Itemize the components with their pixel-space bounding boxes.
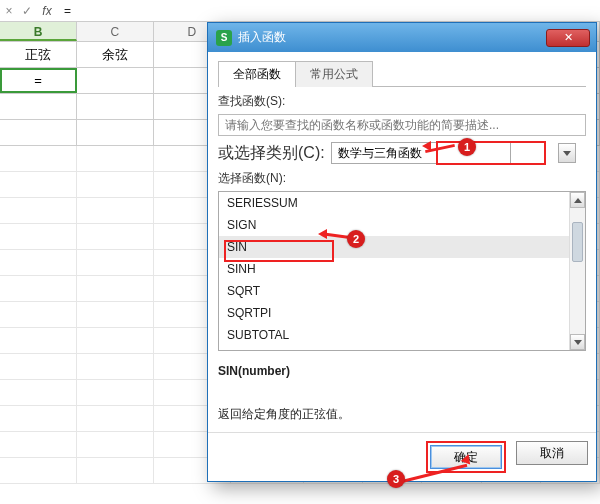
tab-common-formulas[interactable]: 常用公式	[295, 61, 373, 87]
cell[interactable]	[77, 68, 154, 93]
annotation-badge-3: 3	[387, 470, 405, 488]
cell-b1[interactable]: 正弦	[0, 42, 77, 67]
tab-all-functions[interactable]: 全部函数	[218, 61, 296, 87]
accept-formula-icon[interactable]: ✓	[18, 4, 36, 18]
list-item[interactable]: SIGN	[219, 214, 585, 236]
function-signature: SIN(number)	[218, 364, 290, 378]
annotation-badge-2: 2	[347, 230, 365, 248]
chevron-down-icon	[574, 340, 582, 345]
arrow-head-icon	[422, 141, 431, 151]
insert-function-dialog: S 插入函数 ✕ 全部函数 常用公式 查找函数(S): 或选择类别(C): 数学…	[207, 22, 597, 482]
select-function-label: 选择函数(N):	[218, 170, 286, 187]
dialog-titlebar[interactable]: S 插入函数 ✕	[208, 23, 596, 52]
list-item[interactable]: SERIESSUM	[219, 192, 585, 214]
app-icon: S	[216, 30, 232, 46]
formula-bar: × ✓ fx =	[0, 0, 600, 22]
arrow-head-icon	[318, 229, 327, 239]
close-button[interactable]: ✕	[546, 29, 590, 47]
cell[interactable]	[77, 120, 154, 145]
search-function-input[interactable]	[218, 114, 586, 136]
cancel-formula-icon[interactable]: ×	[0, 4, 18, 18]
dialog-tabs: 全部函数 常用公式	[218, 60, 586, 86]
chevron-down-icon	[563, 151, 571, 156]
chevron-up-icon	[574, 198, 582, 203]
formula-input[interactable]: =	[58, 4, 600, 18]
cell[interactable]	[77, 94, 154, 119]
cell[interactable]	[0, 94, 77, 119]
annotation-badge-1: 1	[458, 138, 476, 156]
search-label: 查找函数(S):	[218, 93, 285, 110]
list-item[interactable]: SQRT	[219, 280, 585, 302]
cell[interactable]	[0, 120, 77, 145]
fx-icon[interactable]: fx	[36, 4, 58, 18]
dialog-title: 插入函数	[238, 29, 546, 46]
scroll-down-button[interactable]	[570, 334, 585, 350]
scroll-thumb[interactable]	[572, 222, 583, 262]
function-desc-text: 返回给定角度的正弦值。	[218, 407, 350, 421]
list-item[interactable]: SINH	[219, 258, 585, 280]
category-value: 数学与三角函数	[338, 145, 422, 162]
cancel-button[interactable]: 取消	[516, 441, 588, 465]
list-item[interactable]: SQRTPI	[219, 302, 585, 324]
cell-c1[interactable]: 余弦	[77, 42, 154, 67]
list-item[interactable]: SUBTOTAL	[219, 324, 585, 346]
scroll-up-button[interactable]	[570, 192, 585, 208]
category-label: 或选择类别(C):	[218, 143, 325, 164]
col-header-c[interactable]: C	[77, 22, 154, 41]
function-description: SIN(number) 返回给定角度的正弦值。	[218, 361, 586, 426]
function-listbox[interactable]: SERIESSUM SIGN SIN SINH SQRT SQRTPI SUBT…	[218, 191, 586, 351]
list-item[interactable]: SUM	[219, 346, 585, 351]
cell-b2-active[interactable]: =	[0, 68, 77, 93]
listbox-scrollbar[interactable]	[569, 192, 585, 350]
category-select[interactable]: 数学与三角函数	[331, 142, 511, 164]
close-icon: ✕	[564, 31, 573, 44]
category-dropdown-button[interactable]	[558, 143, 576, 163]
col-header-b[interactable]: B	[0, 22, 77, 41]
list-item-selected[interactable]: SIN	[219, 236, 585, 258]
